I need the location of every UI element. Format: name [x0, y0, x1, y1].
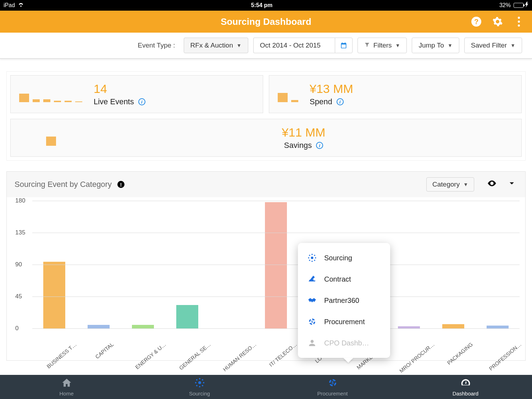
sparkline-savings	[19, 130, 83, 146]
popover-item-sourcing[interactable]: Sourcing	[298, 247, 390, 268]
x-tick: BUSINESS T…	[46, 341, 78, 370]
sparkline-spend	[278, 87, 298, 102]
saved-filter-dropdown[interactable]: Saved Filter ▼	[464, 38, 522, 53]
svg-point-13	[195, 382, 196, 383]
event-type-dropdown[interactable]: RFx & Auction ▼	[184, 38, 248, 53]
popover-item-label: Procurement	[324, 318, 365, 326]
chevron-down-icon: ▼	[463, 182, 468, 187]
svg-point-16	[202, 379, 203, 381]
svg-point-8	[314, 260, 315, 261]
app-header: Sourcing Dashboard ?	[0, 11, 532, 33]
svg-point-6	[314, 255, 315, 256]
filters-label: Filters	[373, 41, 392, 49]
cycle-icon: $	[307, 317, 317, 327]
more-vertical-icon	[518, 17, 520, 27]
nav-dashboard[interactable]: Dashboard	[399, 375, 532, 399]
svg-point-14	[203, 382, 204, 383]
y-tick: 135	[15, 229, 25, 236]
hub-icon	[307, 253, 317, 263]
filter-icon	[364, 41, 370, 49]
kpi-savings-value: ¥11 MM	[94, 126, 513, 139]
device-label: iPad	[4, 2, 15, 9]
svg-point-11	[199, 378, 200, 379]
calendar-button[interactable]	[335, 38, 353, 53]
info-icon[interactable]: i	[316, 142, 323, 149]
svg-point-4	[315, 257, 316, 258]
charging-icon	[525, 2, 528, 9]
x-tick: ENERGY & U…	[134, 341, 167, 370]
chart-bar[interactable]	[88, 325, 110, 328]
kpi-spend[interactable]: ¥13 MM Spend i	[269, 75, 522, 113]
chevron-down-icon: ▼	[395, 43, 400, 48]
svg-point-5	[309, 255, 310, 256]
page-title: Sourcing Dashboard	[221, 16, 311, 27]
svg-point-10	[198, 381, 201, 384]
saved-filter-label: Saved Filter	[471, 41, 507, 49]
nav-label: Home	[59, 390, 73, 397]
visibility-button[interactable]	[487, 178, 497, 190]
date-range-picker[interactable]: Oct 2014 - Oct 2015	[253, 38, 335, 53]
jumpto-label: Jump To	[419, 41, 444, 49]
nav-home[interactable]: Home	[0, 375, 133, 399]
svg-point-3	[308, 257, 309, 258]
chart-plot-area: 04590135180	[32, 201, 520, 328]
info-icon[interactable]: i	[138, 98, 145, 105]
nav-label: Dashboard	[453, 390, 478, 397]
y-tick: 45	[15, 293, 22, 300]
chart-bar[interactable]	[442, 324, 464, 328]
svg-point-1	[311, 254, 312, 255]
dashboard-popover: SourcingContractPartner360$ProcurementCP…	[298, 243, 390, 358]
kpi-live-events[interactable]: 14 Live Events i	[10, 75, 263, 113]
chart-groupby-dropdown[interactable]: Category ▼	[426, 177, 474, 192]
chart-bar[interactable]	[43, 262, 65, 328]
chart-title: Sourcing Event by Category	[15, 180, 112, 189]
hub-icon	[194, 377, 205, 389]
chart-bar[interactable]	[265, 202, 287, 328]
chart-bar[interactable]	[487, 326, 509, 328]
kpi-container: 14 Live Events i ¥13 MM Spend i ¥11 MM	[6, 71, 526, 161]
y-tick: 180	[15, 197, 25, 204]
event-type-value: RFx & Auction	[190, 41, 233, 49]
nav-sourcing[interactable]: Sourcing	[133, 375, 266, 399]
alert-icon[interactable]: !	[117, 181, 124, 188]
svg-point-18	[202, 385, 203, 386]
clock: 5:54 pm	[251, 2, 272, 9]
gauge-icon	[460, 377, 471, 389]
svg-point-17	[196, 385, 197, 386]
chart-bar[interactable]	[176, 305, 198, 328]
kpi-live-events-value: 14	[94, 82, 254, 96]
help-button[interactable]: ?	[471, 16, 482, 27]
x-tick: MRO/ PROCUR…	[398, 341, 436, 374]
popover-item-partner360[interactable]: Partner360	[298, 290, 390, 311]
calendar-icon	[340, 42, 347, 49]
x-tick: IT/ TELECO…	[268, 341, 298, 368]
svg-point-15	[196, 379, 197, 381]
sparkline-live-events	[19, 87, 82, 102]
kpi-savings-label: Savings	[284, 141, 312, 150]
settings-button[interactable]	[492, 16, 503, 27]
popover-item-label: Contract	[324, 275, 351, 283]
collapse-button[interactable]	[508, 179, 516, 190]
ios-statusbar: iPad 5:54 pm 32%	[0, 0, 532, 11]
x-tick: GENERAL SE…	[178, 341, 212, 371]
nav-procurement[interactable]: $Procurement	[266, 375, 399, 399]
chart-bar[interactable]	[132, 325, 154, 328]
popover-item-contract[interactable]: Contract	[298, 268, 390, 290]
chevron-down-icon: ▼	[510, 43, 515, 48]
kpi-savings[interactable]: ¥11 MM Savings i	[10, 119, 522, 157]
event-type-label: Event Type :	[138, 41, 175, 49]
chart-x-axis: BUSINESS T…CAPITALENERGY & U…GENERAL SE……	[32, 328, 520, 360]
svg-point-12	[199, 386, 200, 387]
kpi-live-events-label: Live Events	[94, 97, 134, 106]
x-tick: HUMAN RESO…	[222, 341, 257, 372]
cycle-icon: $	[327, 377, 338, 389]
info-icon[interactable]: i	[337, 98, 344, 105]
filter-toolbar: Event Type : RFx & Auction ▼ Oct 2014 - …	[0, 33, 532, 59]
date-range-value: Oct 2014 - Oct 2015	[260, 41, 321, 49]
chevron-down-icon: ▼	[237, 43, 242, 48]
popover-item-procurement[interactable]: $Procurement	[298, 311, 390, 332]
jump-to-dropdown[interactable]: Jump To ▼	[412, 38, 459, 53]
filters-dropdown[interactable]: Filters ▼	[358, 38, 407, 53]
chevron-down-icon	[508, 179, 516, 188]
overflow-button[interactable]	[514, 16, 524, 27]
